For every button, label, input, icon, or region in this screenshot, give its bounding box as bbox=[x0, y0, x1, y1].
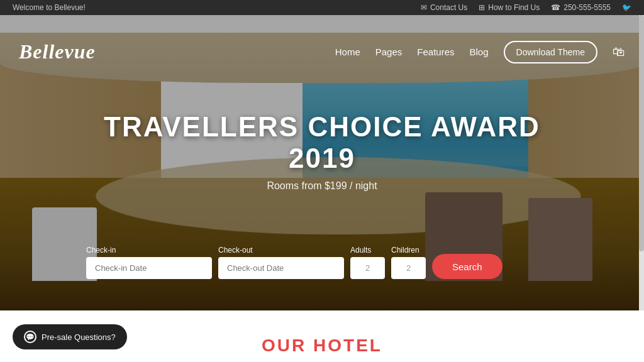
twitter-icon: 🐦 bbox=[622, 3, 631, 12]
hero-content: TRAVELLERS CHOICE AWARD 2019 Rooms from … bbox=[102, 111, 542, 211]
chat-label: Pre-sale Questions? bbox=[42, 332, 116, 342]
top-bar-right: ✉ Contact Us ⊞ How to Find Us ☎ 250-555-… bbox=[421, 3, 631, 12]
checkout-field: Check-out bbox=[218, 246, 344, 279]
logo[interactable]: Bellevue bbox=[19, 40, 96, 63]
nav-home[interactable]: Home bbox=[335, 47, 360, 57]
phone-link[interactable]: ☎ 250-555-5555 bbox=[551, 3, 611, 12]
phone-icon: ☎ bbox=[551, 3, 560, 12]
chat-bubble[interactable]: 💬 Pre-sale Questions? bbox=[13, 324, 127, 349]
checkout-input[interactable] bbox=[218, 257, 344, 279]
header: Bellevue Home Pages Features Blog Downlo… bbox=[0, 33, 644, 71]
adults-label: Adults bbox=[350, 246, 385, 255]
cart-icon[interactable]: 🛍 bbox=[613, 45, 625, 59]
checkin-input[interactable] bbox=[86, 257, 212, 279]
map-icon: ⊞ bbox=[479, 3, 485, 12]
search-bar: Check-in Check-out Adults Children Searc… bbox=[86, 246, 558, 279]
main-nav: Home Pages Features Blog Download Theme … bbox=[335, 41, 625, 63]
welcome-text: Welcome to Bellevue! bbox=[13, 3, 86, 12]
hero-subtitle: Rooms from $199 / night bbox=[102, 180, 542, 192]
checkin-label: Check-in bbox=[86, 246, 212, 255]
children-input[interactable] bbox=[391, 257, 426, 279]
nav-blog[interactable]: Blog bbox=[469, 47, 488, 57]
envelope-icon: ✉ bbox=[421, 3, 427, 12]
hero-title: TRAVELLERS CHOICE AWARD 2019 bbox=[102, 111, 542, 174]
how-to-find-link[interactable]: ⊞ How to Find Us bbox=[479, 3, 540, 12]
adults-field: Adults bbox=[350, 246, 385, 279]
chat-icon: 💬 bbox=[24, 331, 36, 343]
checkout-label: Check-out bbox=[218, 246, 344, 255]
contact-us-link[interactable]: ✉ Contact Us bbox=[421, 3, 467, 12]
nav-pages[interactable]: Pages bbox=[375, 47, 402, 57]
children-label: Children bbox=[391, 246, 426, 255]
children-field: Children bbox=[391, 246, 426, 279]
twitter-link[interactable]: 🐦 bbox=[622, 3, 631, 12]
adults-input[interactable] bbox=[350, 257, 385, 279]
nav-features[interactable]: Features bbox=[417, 47, 454, 57]
checkin-field: Check-in bbox=[86, 246, 212, 279]
download-theme-button[interactable]: Download Theme bbox=[504, 41, 597, 63]
hero-section: Bellevue Home Pages Features Blog Downlo… bbox=[0, 15, 644, 310]
top-bar: Welcome to Bellevue! ✉ Contact Us ⊞ How … bbox=[0, 0, 644, 15]
search-button[interactable]: Search bbox=[432, 254, 502, 279]
